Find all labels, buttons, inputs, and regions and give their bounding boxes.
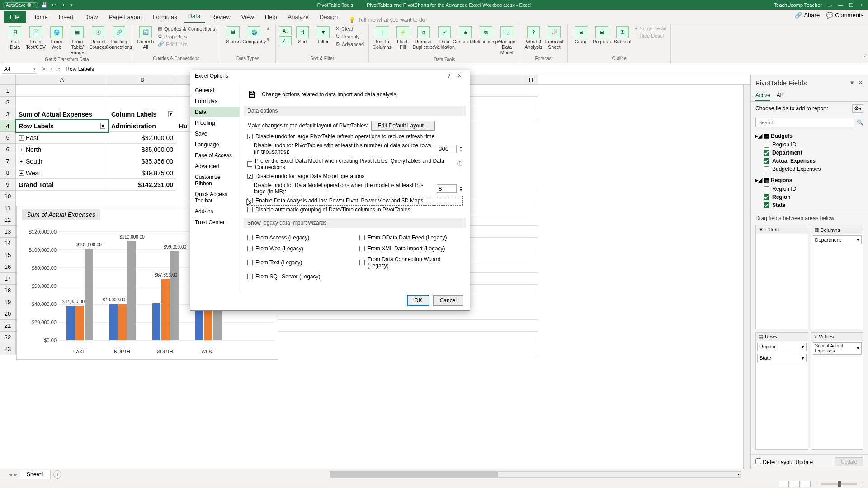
row-header[interactable]: 12 xyxy=(0,214,16,226)
tab-insert[interactable]: Insert xyxy=(54,11,78,23)
checkbox-from-dcw[interactable] xyxy=(359,260,365,265)
grand-total-label[interactable]: Grand Total xyxy=(16,179,108,191)
chevron-down-icon[interactable]: ▾ xyxy=(802,344,804,350)
sheet-nav-prev-icon[interactable]: ◂ xyxy=(9,471,12,478)
sort-button[interactable]: ⇅Sort xyxy=(293,25,312,45)
row-header[interactable]: 14 xyxy=(0,238,16,249)
sort-az-button[interactable]: A↓Z↓ xyxy=(279,25,291,46)
tab-file[interactable]: File xyxy=(4,11,26,23)
col-header-h[interactable]: H xyxy=(524,75,538,84)
field-checkbox[interactable] xyxy=(764,202,769,208)
checkbox-from-access[interactable] xyxy=(247,235,253,240)
row-header[interactable]: 4 xyxy=(0,120,16,132)
field-budgeted-expenses[interactable]: Budgeted Expenses xyxy=(772,166,821,172)
minimize-icon[interactable]: — xyxy=(837,2,844,8)
ribbon-display-icon[interactable]: ▭ xyxy=(826,2,833,8)
pivot-search-input[interactable] xyxy=(755,118,854,127)
field-checkbox[interactable] xyxy=(764,166,769,172)
horizontal-scrollbar[interactable]: ◂▸ xyxy=(330,471,741,478)
undo-icon[interactable]: ↶ xyxy=(50,2,57,8)
get-data-button[interactable]: 🗄Get Data xyxy=(5,25,24,51)
refresh-all-button[interactable]: 🔄Refresh All xyxy=(136,25,155,51)
cell-value[interactable]: $39,875.00 xyxy=(108,167,176,179)
field-regionid[interactable]: Region ID xyxy=(772,141,796,148)
checkbox-disable-undo-pivot[interactable]: ✓ xyxy=(247,134,253,139)
row-header[interactable]: 6 xyxy=(0,144,16,155)
redo-icon[interactable]: ↷ xyxy=(59,2,66,8)
select-all-corner[interactable] xyxy=(0,75,16,84)
zoom-slider[interactable] xyxy=(821,483,857,485)
collapse-icon[interactable]: ▸◢ xyxy=(755,177,762,183)
tab-analyze[interactable]: Analyze xyxy=(283,11,313,23)
area-item-department[interactable]: Department▾ xyxy=(813,235,862,244)
share-button[interactable]: 🔗 Share xyxy=(795,12,820,19)
filters-area[interactable]: ▼Filters xyxy=(755,225,808,329)
show-detail-button[interactable]: + Show Detail xyxy=(634,25,667,32)
row-header[interactable]: 8 xyxy=(0,167,16,179)
datatype-scroll-down-icon[interactable]: ▼ xyxy=(265,36,272,42)
collapse-icon[interactable]: ▸◢ xyxy=(755,133,762,139)
options-category-proofing[interactable]: Proofing xyxy=(190,117,240,128)
geography-button[interactable]: 🌍Geography xyxy=(245,25,264,45)
advanced-filter-button[interactable]: ⚙ Advanced xyxy=(335,41,365,47)
update-button[interactable]: Update xyxy=(835,457,863,466)
tab-page-layout[interactable]: Page Layout xyxy=(104,11,146,23)
vertical-scrollbar[interactable] xyxy=(743,85,750,469)
options-category-ease[interactable]: Ease of Access xyxy=(190,150,240,161)
expand-icon[interactable]: + xyxy=(19,170,24,176)
filter-button[interactable]: ▼Filter xyxy=(314,25,333,45)
field-region[interactable]: Region xyxy=(772,194,791,200)
pivot-row-west[interactable]: +West xyxy=(16,167,108,179)
zoom-in-button[interactable]: + xyxy=(861,481,863,487)
name-box[interactable]: A4▾ xyxy=(2,65,37,74)
options-category-customize-ribbon[interactable]: Customize Ribbon xyxy=(190,172,240,189)
row-header[interactable]: 9 xyxy=(0,179,16,191)
ungroup-button[interactable]: ⊞Ungroup xyxy=(592,25,611,45)
table-regions[interactable]: Regions xyxy=(771,177,792,183)
expand-icon[interactable]: + xyxy=(19,135,24,141)
options-category-general[interactable]: General xyxy=(190,85,240,96)
edit-default-layout-button[interactable]: Edit Default Layout... xyxy=(371,121,435,131)
hide-detail-button[interactable]: − Hide Detail xyxy=(634,33,667,39)
sheet-tab-sheet1[interactable]: Sheet1 xyxy=(20,470,51,479)
what-if-button[interactable]: ?What-If Analysis xyxy=(524,25,543,51)
options-category-qat[interactable]: Quick Access Toolbar xyxy=(190,189,240,206)
checkbox-prefer-data-model[interactable] xyxy=(247,161,252,167)
filter-dropdown-icon[interactable]: ▾ xyxy=(168,111,173,117)
save-icon[interactable]: 💾 xyxy=(41,2,47,8)
tab-data[interactable]: Data xyxy=(184,10,205,23)
reapply-button[interactable]: ↻ Reapply xyxy=(335,33,365,40)
row-labels-cell[interactable]: Row Labels▾ xyxy=(16,120,108,132)
tab-review[interactable]: Review xyxy=(207,11,235,23)
col-header-a[interactable]: A xyxy=(16,75,108,84)
collapse-ribbon-icon[interactable]: ˄ xyxy=(863,56,866,62)
spinner-down-icon[interactable]: ▼ xyxy=(459,188,462,192)
row-header[interactable]: 15 xyxy=(0,249,16,261)
checkbox-from-web[interactable] xyxy=(247,246,253,251)
ok-button[interactable]: OK xyxy=(407,295,429,306)
tab-formulas[interactable]: Formulas xyxy=(148,11,182,23)
row-header[interactable]: 21 xyxy=(0,320,16,332)
row-header[interactable]: 20 xyxy=(0,308,16,320)
tab-design[interactable]: Design xyxy=(315,11,342,23)
row-header[interactable]: 16 xyxy=(0,261,16,273)
row-header[interactable]: 10 xyxy=(0,191,16,202)
cancel-button[interactable]: Cancel xyxy=(433,295,463,306)
text-to-columns-button[interactable]: ⫶Text to Columns xyxy=(373,25,392,51)
column-labels-cell[interactable]: Column Labels▾ xyxy=(108,108,176,120)
flash-fill-button[interactable]: ⚡Flash Fill xyxy=(393,25,412,51)
from-textcsv-button[interactable]: 📄From Text/CSV xyxy=(26,25,45,51)
spinner-down-icon[interactable]: ▼ xyxy=(459,149,462,152)
options-category-addins[interactable]: Add-ins xyxy=(190,206,240,217)
tab-help[interactable]: Help xyxy=(260,11,282,23)
from-web-button[interactable]: 🌐From Web xyxy=(47,25,66,51)
zoom-out-button[interactable]: − xyxy=(814,481,817,487)
cell-value[interactable]: $32,000.00 xyxy=(108,132,176,144)
values-area[interactable]: ΣValues Sum of Actual Expenses▾ xyxy=(811,332,864,450)
field-checkbox[interactable] xyxy=(764,142,769,148)
clear-filter-button[interactable]: ✕ Clear xyxy=(335,25,365,32)
col-admin-header[interactable]: Administration xyxy=(108,120,176,132)
expand-icon[interactable]: + xyxy=(19,159,24,164)
spinner-up-icon[interactable]: ▲ xyxy=(459,145,462,149)
tab-view[interactable]: View xyxy=(237,11,259,23)
